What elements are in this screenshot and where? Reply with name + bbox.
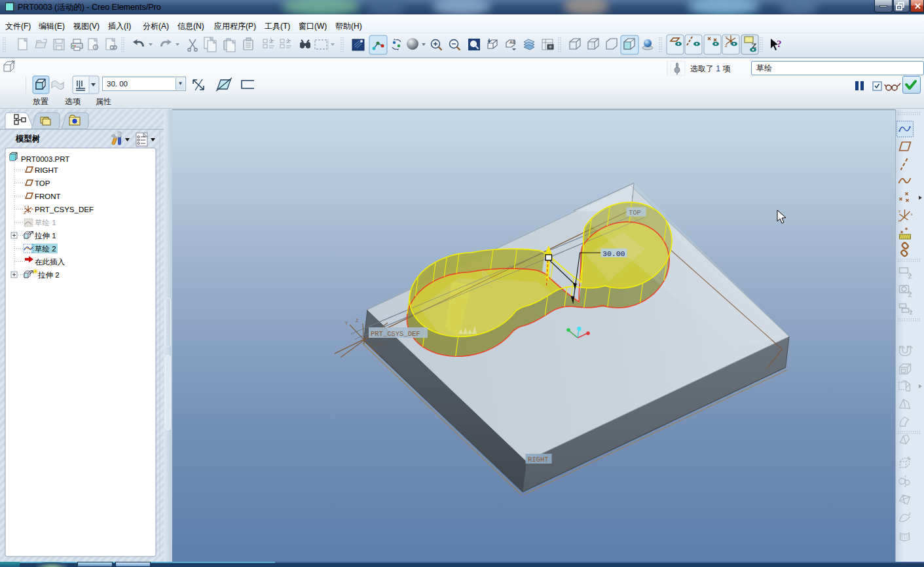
svg-text:草绘 2: 草绘 2 [35,245,56,253]
svg-text:拉伸 1: 拉伸 1 [34,232,56,240]
svg-text:x: x [31,207,33,211]
svg-text:x: x [911,212,913,216]
svg-text:Z: Z [356,318,358,323]
svg-text:TOP: TOP [629,209,641,217]
svg-text:?: ? [777,39,782,49]
svg-text:PRT_CSYS_DEF: PRT_CSYS_DEF [35,206,94,213]
svg-text:草绘 1: 草绘 1 [35,219,56,227]
svg-text:在此插入: 在此插入 [35,258,65,266]
svg-text:PRT_CSYS_DEF: PRT_CSYS_DEF [371,330,420,338]
svg-text:Y: Y [725,35,728,39]
svg-text:RIGHT: RIGHT [35,166,58,174]
svg-text:RIGHT: RIGHT [528,456,549,464]
svg-text:FRONT: FRONT [371,342,388,348]
svg-text:FRONT: FRONT [35,192,61,200]
svg-text:Y: Y [24,205,26,209]
svg-text:30.00: 30.00 [602,249,625,258]
svg-text:拉伸 2: 拉伸 2 [37,271,60,279]
svg-text:z: z [898,219,900,223]
svg-text:TOP: TOP [35,179,50,187]
svg-text:Z: Z [725,44,728,48]
svg-text:PRT0003.PRT: PRT0003.PRT [21,155,69,163]
svg-text:Y: Y [898,210,901,213]
svg-text:AB: AB [509,40,516,45]
svg-text:模型树: 模型树 [15,134,41,143]
